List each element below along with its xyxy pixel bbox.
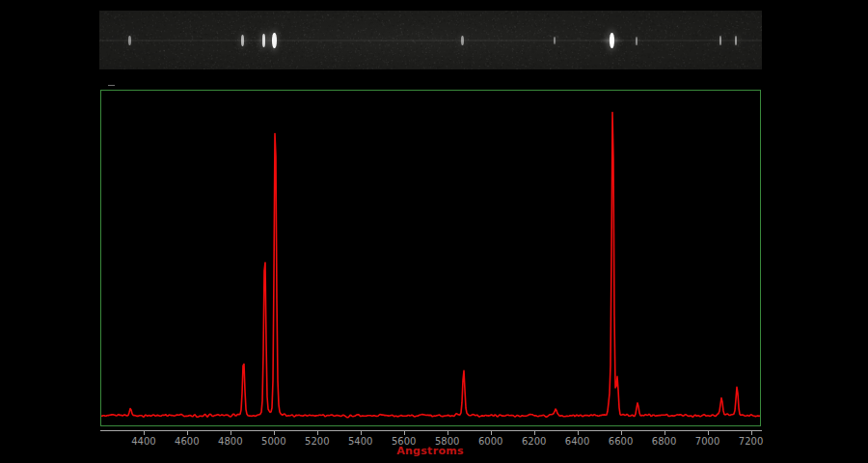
x-tick-label: 5400 xyxy=(348,436,372,447)
x-tick-label: 7200 xyxy=(739,436,763,447)
spectrum-trace xyxy=(101,113,760,418)
x-tick xyxy=(317,431,318,435)
x-tick-label: 4400 xyxy=(131,436,155,447)
x-tick-label: 6400 xyxy=(565,436,589,447)
x-tick-label: 4600 xyxy=(175,436,199,447)
2d-spectrum-strip xyxy=(99,11,762,69)
cursor-dash-mark xyxy=(108,85,115,86)
x-tick xyxy=(751,431,752,435)
x-tick xyxy=(578,431,579,435)
spectrum-viewer-window: { "strip_2d": { "background": "#1e1e1c",… xyxy=(0,0,868,463)
x-tick-label: 6600 xyxy=(609,436,633,447)
x-tick xyxy=(448,431,448,435)
strip-continuum-line xyxy=(99,40,762,41)
x-tick xyxy=(621,431,622,435)
x-tick xyxy=(665,431,665,435)
x-tick-label: 4800 xyxy=(218,436,242,447)
x-tick xyxy=(231,431,231,435)
x-tick xyxy=(187,431,188,435)
x-tick-label: 7000 xyxy=(695,436,719,447)
emission-spot-core xyxy=(128,36,131,45)
emission-spot-core xyxy=(610,33,614,48)
spectrum-line-plot xyxy=(101,91,760,425)
x-tick xyxy=(708,431,709,435)
x-tick xyxy=(491,431,492,435)
emission-spot-core xyxy=(272,33,276,48)
x-axis-line xyxy=(100,430,762,431)
x-tick-label: 6000 xyxy=(478,436,502,447)
x-tick xyxy=(534,431,535,435)
x-tick xyxy=(404,431,405,435)
spectrum-plot-frame xyxy=(100,90,761,426)
x-axis-label: Angstroms xyxy=(396,445,464,457)
x-tick-label: 6800 xyxy=(652,436,676,447)
x-tick-label: 5200 xyxy=(305,436,329,447)
x-tick xyxy=(274,431,275,435)
x-tick-label: 6200 xyxy=(522,436,546,447)
x-tick xyxy=(144,431,145,435)
x-tick-label: 5000 xyxy=(261,436,285,447)
x-tick xyxy=(361,431,362,435)
